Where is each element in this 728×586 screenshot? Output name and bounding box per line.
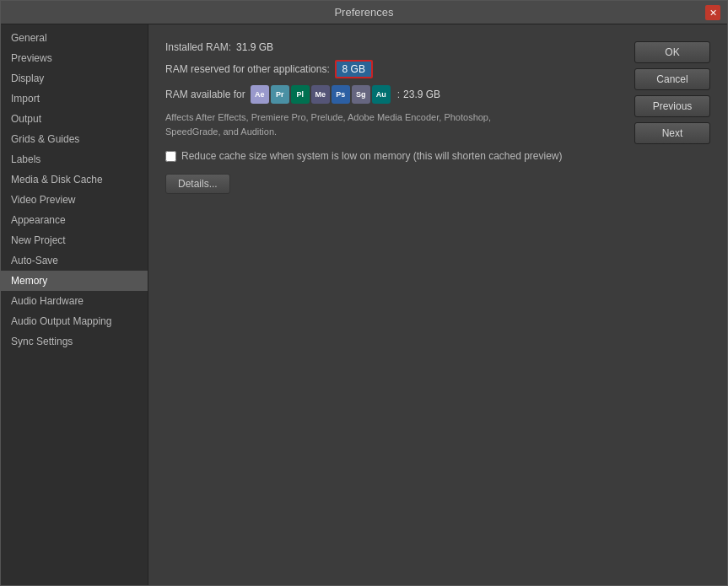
sidebar: General Previews Display Import Output G… [1, 24, 148, 585]
ae-icon: Ae [251, 85, 269, 104]
right-buttons: OK Cancel Previous Next [634, 41, 710, 144]
sidebar-item-import[interactable]: Import [1, 89, 148, 109]
next-button[interactable]: Next [634, 122, 710, 144]
sidebar-item-new-project[interactable]: New Project [1, 230, 148, 250]
dialog-body: General Previews Display Import Output G… [1, 24, 727, 585]
sidebar-item-sync-settings[interactable]: Sync Settings [1, 331, 148, 352]
dialog-title: Preferences [334, 6, 393, 19]
sidebar-item-appearance[interactable]: Appearance [1, 210, 148, 230]
close-button[interactable]: ✕ [705, 5, 720, 20]
colon-separator: : [397, 89, 400, 100]
installed-ram-label: Installed RAM: [165, 41, 231, 53]
previous-button[interactable]: Previous [634, 95, 710, 117]
sidebar-item-media-disk-cache[interactable]: Media & Disk Cache [1, 169, 148, 190]
installed-ram-value: 31.9 GB [236, 41, 273, 53]
sidebar-item-display[interactable]: Display [1, 68, 148, 89]
details-button[interactable]: Details... [165, 174, 230, 194]
ram-reserved-row: RAM reserved for other applications: 8 G… [165, 60, 617, 78]
sidebar-item-audio-hardware[interactable]: Audio Hardware [1, 291, 148, 311]
app-icons: Ae Pr Pl Me Ps Sg Au [251, 85, 391, 104]
sidebar-item-general[interactable]: General [1, 28, 148, 48]
affects-text: Affects After Effects, Premiere Pro, Pre… [165, 110, 617, 138]
ram-reserved-label: RAM reserved for other applications: [165, 63, 330, 75]
preferences-dialog: Preferences ✕ General Previews Display I… [0, 0, 728, 586]
reduce-cache-checkbox[interactable] [165, 151, 176, 162]
sidebar-item-labels[interactable]: Labels [1, 149, 148, 169]
sg-icon: Sg [352, 85, 370, 104]
me-icon: Me [311, 85, 330, 104]
cancel-button[interactable]: Cancel [634, 68, 710, 90]
reduce-cache-label: Reduce cache size when system is low on … [181, 150, 563, 162]
ram-reserved-input[interactable]: 8 GB [335, 60, 373, 78]
installed-ram-row: Installed RAM: 31.9 GB [165, 41, 617, 53]
ps-icon: Ps [332, 85, 350, 104]
main-content: OK Cancel Previous Next Installed RAM: 3… [148, 24, 727, 585]
info-section: Installed RAM: 31.9 GB RAM reserved for … [165, 41, 617, 104]
sidebar-item-memory[interactable]: Memory [1, 271, 148, 291]
ram-available-row: RAM available for Ae Pr Pl Me Ps Sg Au :… [165, 85, 617, 104]
ram-available-value: 23.9 GB [403, 89, 440, 100]
sidebar-item-video-preview[interactable]: Video Preview [1, 190, 148, 210]
ok-button[interactable]: OK [634, 41, 710, 63]
ram-available-label: RAM available for [165, 89, 245, 100]
pr-icon: Pr [271, 85, 289, 104]
au-icon: Au [372, 85, 391, 104]
sidebar-item-audio-output-mapping[interactable]: Audio Output Mapping [1, 311, 148, 331]
sidebar-item-auto-save[interactable]: Auto-Save [1, 250, 148, 271]
reduce-cache-checkbox-row: Reduce cache size when system is low on … [165, 150, 617, 162]
sidebar-item-output[interactable]: Output [1, 109, 148, 129]
pl-icon: Pl [291, 85, 310, 104]
sidebar-item-previews[interactable]: Previews [1, 48, 148, 68]
sidebar-item-grids-guides[interactable]: Grids & Guides [1, 129, 148, 149]
title-bar: Preferences ✕ [1, 1, 727, 24]
